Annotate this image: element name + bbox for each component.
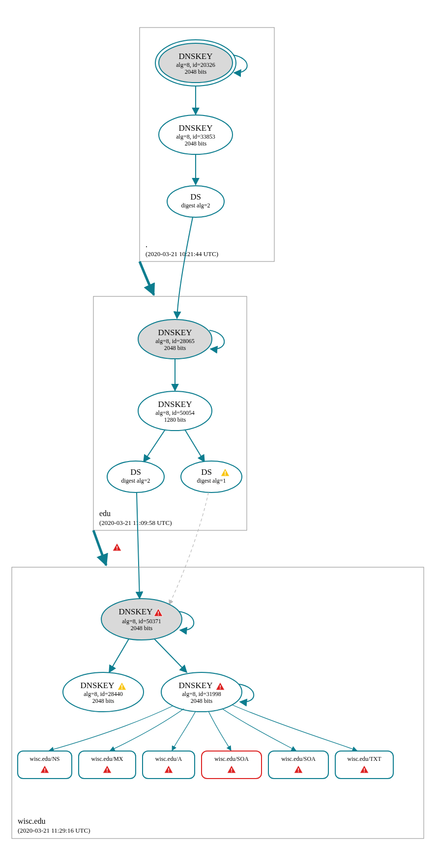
edge-edu-ds2-to-wisc-ksk bbox=[137, 492, 140, 599]
edge-zskB-to-soa2 bbox=[222, 709, 296, 751]
node-wisc-ksk: DNSKEY alg=8, id=50371 2048 bits ! bbox=[101, 599, 182, 640]
svg-text:wisc.edu/NS: wisc.edu/NS bbox=[30, 755, 60, 762]
svg-text:!: ! bbox=[116, 545, 118, 551]
rrset-txt: wisc.edu/TXT ! bbox=[335, 751, 393, 779]
zone-wisc-label: wisc.edu bbox=[18, 817, 45, 825]
rrset-soa: wisc.edu/SOA ! bbox=[268, 751, 328, 779]
svg-text:DS: DS bbox=[190, 192, 201, 202]
svg-text:!: ! bbox=[224, 470, 226, 477]
svg-point-10 bbox=[167, 186, 224, 217]
svg-text:wisc.edu/SOA: wisc.edu/SOA bbox=[214, 755, 249, 762]
node-edu-ksk: DNSKEY alg=8, id=28065 2048 bits bbox=[138, 319, 212, 359]
edge-zskB-to-a bbox=[172, 711, 196, 751]
zone-root-label: . bbox=[146, 240, 147, 249]
edge-edu-zsk-to-ds2 bbox=[144, 430, 165, 462]
svg-text:alg=8, id=50054: alg=8, id=50054 bbox=[155, 409, 195, 416]
zone-edu-time: (2020-03-21 11:09:58 UTC) bbox=[99, 519, 172, 526]
edge-zskB-to-mx bbox=[110, 709, 184, 751]
svg-text:!: ! bbox=[157, 610, 159, 616]
rrset-mx: wisc.edu/MX ! bbox=[79, 751, 136, 779]
svg-text:alg=8, id=28065: alg=8, id=28065 bbox=[155, 338, 195, 345]
edge-zskB-to-txt bbox=[232, 705, 357, 751]
edge-delegation-edu-to-wisc bbox=[93, 530, 106, 565]
svg-text:!: ! bbox=[297, 767, 299, 773]
svg-text:wisc.edu/A: wisc.edu/A bbox=[155, 755, 182, 762]
svg-text:!: ! bbox=[231, 767, 233, 773]
zone-edu-label: edu bbox=[99, 509, 111, 518]
edge-root-ds-to-edu-ksk bbox=[177, 217, 193, 318]
node-edu-ds2: DS digest alg=2 bbox=[107, 461, 164, 492]
svg-text:DNSKEY: DNSKEY bbox=[81, 681, 115, 690]
node-root-ds: DS digest alg=2 bbox=[167, 186, 224, 217]
rrset-ns: wisc.edu/NS ! bbox=[18, 751, 72, 779]
svg-text:alg=8, id=31998: alg=8, id=31998 bbox=[182, 691, 221, 697]
zone-root-time: (2020-03-21 10:21:44 UTC) bbox=[146, 250, 218, 258]
svg-text:digest alg=2: digest alg=2 bbox=[181, 202, 210, 209]
svg-text:2048 bits: 2048 bits bbox=[191, 697, 213, 704]
edge-delegation-root-to-edu bbox=[140, 261, 154, 295]
zone-wisc-time: (2020-03-21 11:29:16 UTC) bbox=[18, 827, 90, 834]
svg-text:DNSKEY: DNSKEY bbox=[158, 328, 192, 337]
node-wisc-zskA: DNSKEY alg=8, id=28440 2048 bits ! bbox=[63, 672, 144, 712]
svg-text:!: ! bbox=[363, 767, 365, 773]
node-wisc-zskB: DNSKEY alg=8, id=31998 2048 bits ! bbox=[161, 672, 242, 712]
svg-text:wisc.edu/SOA: wisc.edu/SOA bbox=[281, 755, 316, 762]
svg-text:DNSKEY: DNSKEY bbox=[119, 607, 153, 616]
svg-text:DNSKEY: DNSKEY bbox=[158, 400, 192, 409]
svg-text:!: ! bbox=[168, 767, 170, 773]
edge-wisc-ksk-to-zskA bbox=[109, 639, 129, 672]
svg-text:alg=8, id=20326: alg=8, id=20326 bbox=[176, 61, 215, 68]
svg-text:alg=8, id=50371: alg=8, id=50371 bbox=[122, 618, 161, 625]
edge-zskB-to-soa1 bbox=[208, 711, 231, 751]
edge-zskB-to-ns bbox=[49, 706, 173, 751]
svg-text:2048 bits: 2048 bits bbox=[185, 68, 207, 75]
svg-text:DNSKEY: DNSKEY bbox=[179, 681, 213, 690]
svg-text:!: ! bbox=[44, 767, 46, 773]
svg-point-22 bbox=[107, 461, 164, 492]
svg-text:!: ! bbox=[106, 767, 108, 773]
edge-edu-zsk-to-ds1 bbox=[185, 430, 204, 462]
node-root-zsk: DNSKEY alg=8, id=33853 2048 bits bbox=[159, 115, 233, 154]
svg-text:digest alg=2: digest alg=2 bbox=[121, 477, 150, 484]
svg-text:!: ! bbox=[121, 684, 123, 691]
node-edu-zsk: DNSKEY alg=8, id=50054 1280 bits bbox=[138, 391, 212, 431]
edge-edu-ds1-to-wisc-ksk bbox=[169, 492, 208, 605]
edge-wisc-ksk-to-zskB bbox=[154, 639, 187, 672]
svg-text:alg=8, id=33853: alg=8, id=33853 bbox=[176, 133, 215, 140]
node-edu-ds1: DS digest alg=1 ! bbox=[181, 461, 242, 492]
svg-text:1280 bits: 1280 bits bbox=[164, 416, 186, 423]
rrset-soa-error: wisc.edu/SOA ! bbox=[202, 751, 262, 779]
error-icon: ! bbox=[113, 543, 121, 551]
svg-text:alg=8, id=28440: alg=8, id=28440 bbox=[84, 691, 123, 697]
svg-text:2048 bits: 2048 bits bbox=[131, 625, 153, 632]
svg-point-25 bbox=[181, 461, 242, 492]
svg-text:2048 bits: 2048 bits bbox=[92, 697, 115, 704]
svg-text:!: ! bbox=[219, 684, 221, 690]
rrset-a: wisc.edu/A ! bbox=[143, 751, 195, 779]
svg-text:digest alg=1: digest alg=1 bbox=[197, 477, 226, 484]
svg-text:DS: DS bbox=[201, 467, 212, 477]
svg-text:2048 bits: 2048 bits bbox=[164, 345, 186, 351]
svg-text:DNSKEY: DNSKEY bbox=[179, 52, 213, 61]
svg-text:2048 bits: 2048 bits bbox=[185, 140, 207, 147]
svg-text:wisc.edu/TXT: wisc.edu/TXT bbox=[348, 755, 382, 762]
svg-text:DS: DS bbox=[130, 467, 141, 477]
svg-text:DNSKEY: DNSKEY bbox=[179, 123, 213, 133]
svg-text:wisc.edu/MX: wisc.edu/MX bbox=[91, 755, 123, 762]
node-root-ksk: DNSKEY alg=8, id=20326 2048 bits bbox=[155, 40, 236, 86]
